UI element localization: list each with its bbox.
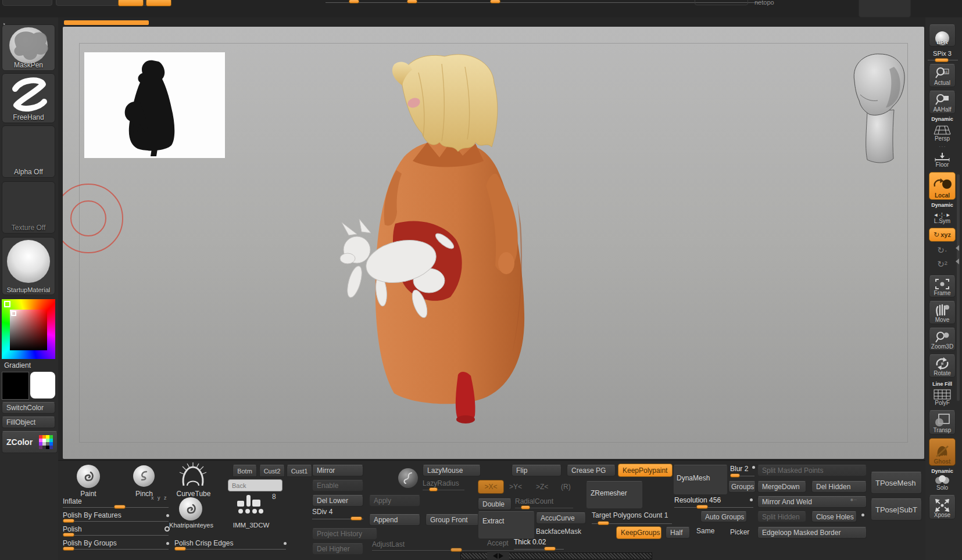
accu-curve-button[interactable]: AccuCurve	[536, 512, 586, 524]
adjust-last-handle[interactable]	[450, 548, 462, 552]
zremesher-button[interactable]: ZRemesher	[591, 489, 627, 497]
ghost-button[interactable]: Ghost	[929, 438, 956, 466]
mirror-button[interactable]: Mirror	[312, 465, 363, 476]
material-button[interactable]: StartupMaterial	[2, 237, 55, 295]
blur-slider-label[interactable]: Blur 2	[730, 465, 748, 473]
fillobject-button[interactable]: FillObject	[2, 417, 55, 428]
tpose-mesh-button[interactable]: TPoseMesh	[871, 472, 922, 494]
sdiv-slider-label[interactable]: SDiv 4	[312, 508, 332, 516]
tab-botm[interactable]: Botm	[233, 465, 257, 477]
backface-mask-button[interactable]: BackfaceMask	[536, 527, 581, 536]
polish-crisp-edges-modifier-dot[interactable]	[284, 542, 287, 545]
color-picker[interactable]	[2, 299, 55, 359]
texture-button[interactable]: Texture Off	[2, 181, 55, 234]
dynamesh-button[interactable]: DynaMesh	[677, 474, 710, 482]
spix-label[interactable]: SPix 3	[925, 50, 959, 57]
tab-cust1[interactable]: Cust1	[287, 465, 312, 477]
scroll-left-icon[interactable]	[493, 553, 498, 559]
xpose-button[interactable]: Xpose	[929, 495, 956, 519]
extract-button[interactable]: Extract	[482, 517, 504, 525]
polyf-button[interactable]: PolyF	[929, 387, 956, 407]
radial-count-handle[interactable]	[521, 505, 530, 509]
del-lower-button[interactable]: Del Lower	[312, 495, 363, 507]
del-higher-button[interactable]: Del Higher	[312, 543, 363, 555]
scroll-right-icon[interactable]	[499, 553, 503, 559]
rotate-button[interactable]: Rotate	[929, 354, 956, 378]
del-hidden-button[interactable]: Del Hidden	[811, 481, 867, 493]
spix-slider-handle[interactable]	[935, 58, 949, 62]
axis-y-button[interactable]: >Y<	[509, 483, 522, 491]
polish-by-groups-label[interactable]: Polish By Groups	[63, 539, 117, 547]
back-input[interactable]	[228, 479, 282, 491]
lazyradius-handle[interactable]	[429, 487, 438, 491]
inflate-slider-label[interactable]: Inflate	[63, 497, 82, 505]
polish-handle[interactable]	[63, 533, 74, 537]
polish-crisp-edges-handle[interactable]	[174, 547, 186, 551]
picker-button[interactable]: Picker	[730, 528, 749, 536]
polish-by-features-handle[interactable]	[63, 519, 74, 523]
frame-button[interactable]: Frame	[929, 275, 956, 297]
same-button[interactable]: Same	[696, 527, 714, 535]
accept-button[interactable]: Accept	[487, 539, 509, 547]
polish-by-groups-handle[interactable]	[63, 547, 74, 551]
persp-button[interactable]: Persp	[929, 123, 956, 142]
lazymouse-button[interactable]: LazyMouse	[423, 465, 481, 476]
alpha-button[interactable]: Alpha Off	[2, 125, 55, 178]
stroke-freehand-button[interactable]: FreeHand	[2, 73, 55, 123]
tab-cust2[interactable]: Cust2	[259, 465, 285, 477]
groups-button[interactable]: Groups	[728, 481, 756, 493]
actual-button[interactable]: x1 Actual	[929, 64, 956, 87]
top-slider-handle[interactable]	[490, 0, 500, 3]
top-slider-handle[interactable]	[349, 0, 359, 3]
polish-by-groups-track[interactable]	[63, 549, 169, 550]
rotate-y-icon[interactable]: ↻·	[925, 245, 959, 256]
blur-modifier-dot[interactable]	[752, 466, 755, 469]
keep-groups-button[interactable]: KeepGroups	[616, 526, 661, 539]
tray-scrollbar-arrows[interactable]	[487, 552, 509, 559]
solo-button[interactable]: Solo	[929, 474, 956, 491]
thick-slider-label[interactable]: Thick 0.02	[514, 538, 546, 546]
blur-slider-handle[interactable]	[730, 473, 740, 478]
inflate-slider-handle[interactable]	[114, 505, 126, 509]
top-right-panel[interactable]	[859, 0, 911, 17]
radial-count-slider-label[interactable]: RadialCount	[515, 497, 553, 505]
top-outline-button[interactable]	[695, 0, 748, 5]
split-hidden-button[interactable]: Split Hidden	[757, 511, 806, 522]
main-color-swatch[interactable]	[2, 372, 29, 400]
adjust-last-slider-label[interactable]: AdjustLast	[372, 540, 405, 548]
polish-by-groups-modifier-dot[interactable]	[166, 542, 169, 545]
lsym-button[interactable]: ◄·¦·► L.Sym	[929, 209, 956, 225]
sdiv-slider-handle[interactable]	[351, 516, 362, 520]
active-tab-indicator[interactable]	[64, 20, 149, 25]
resolution-slider-label[interactable]: Resolution 456	[674, 496, 721, 504]
saturation-marker[interactable]	[11, 311, 16, 316]
top-orange-button[interactable]	[146, 0, 171, 6]
polish-by-features-modifier-dot[interactable]	[166, 514, 169, 517]
thick-slider-handle[interactable]	[544, 547, 556, 551]
polish-by-features-label[interactable]: Polish By Features	[63, 511, 121, 519]
polish-track[interactable]	[63, 535, 169, 536]
split-masked-points-button[interactable]: Split Masked Points	[757, 465, 867, 476]
brush-maskpen-button[interactable]: MaskPen	[2, 24, 55, 71]
local-button[interactable]: Local	[929, 172, 956, 200]
axis-x-button[interactable]: >X<	[478, 480, 504, 494]
polish-crisp-edges-track[interactable]	[174, 549, 286, 550]
resolution-slider-track[interactable]	[674, 507, 753, 508]
curvetube-brush-icon[interactable]	[178, 462, 208, 487]
hue-marker[interactable]	[4, 301, 10, 307]
lazyradius-slider-label[interactable]: LazyRadius	[423, 479, 459, 487]
move-button[interactable]: Move	[929, 301, 956, 324]
floor-button[interactable]: Floor	[929, 150, 956, 168]
polish-by-features-track[interactable]	[63, 521, 169, 522]
zcolor-button[interactable]: ZColor	[2, 431, 58, 453]
right-scrollbar[interactable]	[957, 174, 960, 401]
sculpt-model-girl-with-dog[interactable]	[326, 49, 570, 427]
tpose-subt-button[interactable]: TPose|SubT	[871, 498, 922, 520]
thick-slider-track[interactable]	[514, 549, 564, 550]
bpr-button[interactable]: BPR	[929, 24, 956, 46]
rotate-z-icon[interactable]: ↻²	[925, 259, 959, 270]
append-button[interactable]: Append	[369, 514, 420, 526]
transp-button[interactable]: Transp	[929, 410, 956, 435]
target-polygons-slider-label[interactable]: Target Polygons Count 1	[592, 511, 668, 519]
polish-label[interactable]: Polish	[63, 525, 82, 533]
